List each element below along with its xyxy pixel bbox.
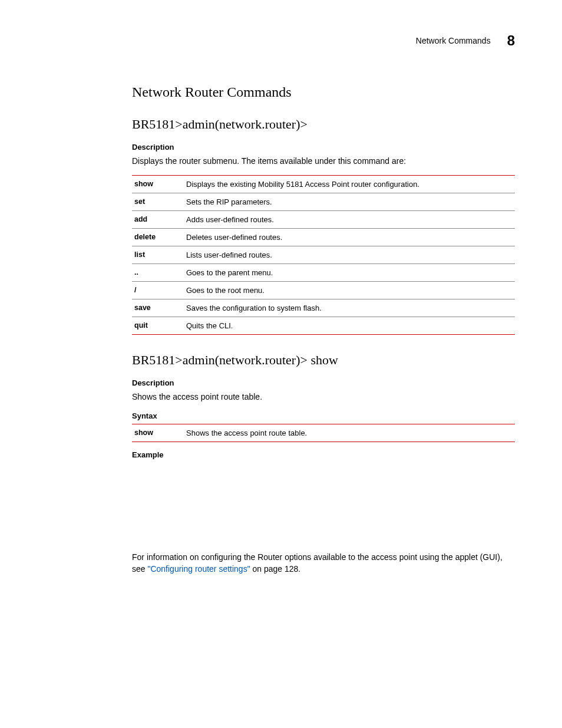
syntax-label: Syntax: [132, 411, 515, 420]
table-row: add Adds user-defined routes.: [132, 211, 515, 229]
command-name: list: [132, 246, 184, 264]
table-row: show Shows the access point route table.: [132, 424, 515, 442]
running-header-title: Network Commands: [416, 36, 491, 45]
command-desc: Goes to the root menu.: [184, 282, 515, 299]
command-desc: Displays the existing Mobility 5181 Acce…: [184, 176, 515, 193]
command-name: save: [132, 299, 184, 317]
command-name: delete: [132, 229, 184, 246]
footer-note-suffix: on page 128.: [250, 564, 301, 574]
command-name: /: [132, 282, 184, 299]
example-label: Example: [132, 450, 515, 459]
table-row: list Lists user-defined routes.: [132, 246, 515, 264]
description-text: Shows the access point route table.: [132, 391, 515, 403]
page: Network Commands 8 Network Router Comman…: [0, 0, 562, 728]
footer-note: For information on configuring the Route…: [132, 551, 515, 575]
running-header: Network Commands 8: [132, 32, 515, 49]
command-heading: BR5181>admin(network.router)>: [132, 117, 515, 132]
table-row: / Goes to the root menu.: [132, 282, 515, 299]
table-row: quit Quits the CLI.: [132, 317, 515, 335]
description-label: Description: [132, 378, 515, 387]
command-desc: Deletes user-defined routes.: [184, 229, 515, 246]
command-desc: Shows the access point route table.: [184, 424, 515, 442]
command-table: show Displays the existing Mobility 5181…: [132, 175, 515, 335]
table-row: show Displays the existing Mobility 5181…: [132, 176, 515, 193]
description-label: Description: [132, 143, 515, 151]
table-row: .. Goes to the parent menu.: [132, 264, 515, 282]
command-name: add: [132, 211, 184, 229]
command-name: quit: [132, 317, 184, 335]
command-name: show: [132, 176, 184, 193]
table-row: set Sets the RIP parameters.: [132, 193, 515, 211]
command-desc: Sets the RIP parameters.: [184, 193, 515, 211]
command-desc: Saves the configuration to system flash.: [184, 299, 515, 317]
command-heading: BR5181>admin(network.router)> show: [132, 353, 515, 368]
command-name: ..: [132, 264, 184, 282]
command-name: set: [132, 193, 184, 211]
command-desc: Goes to the parent menu.: [184, 264, 515, 282]
command-name: show: [132, 424, 184, 442]
syntax-table: show Shows the access point route table.: [132, 424, 515, 442]
description-text: Displays the router submenu. The items a…: [132, 155, 515, 167]
table-row: delete Deletes user-defined routes.: [132, 229, 515, 246]
table-row: save Saves the configuration to system f…: [132, 299, 515, 317]
command-desc: Lists user-defined routes.: [184, 246, 515, 264]
command-desc: Adds user-defined routes.: [184, 211, 515, 229]
command-desc: Quits the CLI.: [184, 317, 515, 335]
example-placeholder: [132, 463, 515, 551]
chapter-number: 8: [507, 32, 515, 49]
section-title: Network Router Commands: [132, 84, 515, 100]
cross-reference-link[interactable]: "Configuring router settings": [147, 564, 250, 574]
